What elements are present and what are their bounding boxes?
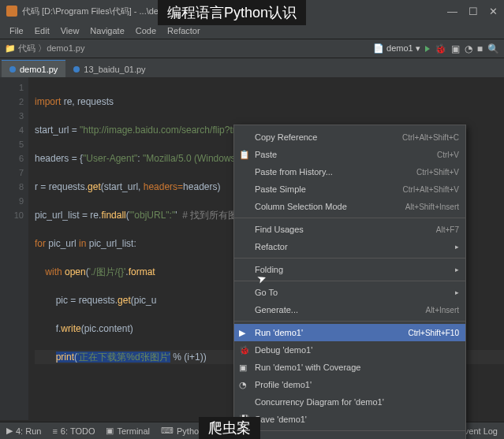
ctx-label: Copy Reference (255, 132, 318, 142)
tool-terminal[interactable]: ▣ Terminal (106, 426, 150, 436)
ctx-label: Paste Simple (255, 184, 306, 194)
debug-icon: 🐞 (239, 345, 249, 355)
ctx-label: Column Selection Mode (255, 202, 347, 211)
maximize-button[interactable]: ☐ (469, 6, 478, 17)
ctx-label: Save 'demo1' (255, 415, 307, 424)
nav-bar: 📁 代码 〉demo1.py 📄 demo1 ▾ 🐞 ▣ ◔ ■ 🔍 (0, 39, 504, 58)
ctx-label: Paste (255, 150, 277, 159)
ctx-label: Generate... (255, 305, 298, 314)
breadcrumb-root[interactable]: 📁 代码 〉demo1.py (5, 43, 84, 54)
ctx-label: Go To (255, 288, 278, 297)
caption-overlay-top: 编程语言Python认识 (158, 0, 306, 25)
coverage-icon[interactable]: ▣ (451, 43, 460, 54)
ctx-run-demo1-with-coverage[interactable]: ▣Run 'demo1' with Coverage (234, 359, 465, 376)
profile-icon[interactable]: ◔ (465, 43, 472, 54)
profile-icon: ◔ (239, 380, 249, 390)
debug-icon[interactable]: 🐞 (435, 43, 446, 54)
ctx-label: Concurrency Diagram for 'demo1' (255, 397, 384, 407)
ctx-go-to[interactable]: Go To▸ (234, 284, 465, 301)
ctx-label: Debug 'demo1' (255, 345, 312, 355)
ctx-debug-demo1-[interactable]: 🐞Debug 'demo1' (234, 341, 465, 359)
app-icon (6, 6, 17, 17)
submenu-arrow-icon: ▸ (455, 266, 459, 273)
stop-icon[interactable]: ■ (477, 43, 483, 54)
shortcut: Ctrl+Shift+V (416, 168, 459, 177)
gutter: 12345678910 (0, 77, 28, 420)
minimize-button[interactable]: — (447, 6, 457, 17)
search-icon[interactable]: 🔍 (487, 43, 499, 54)
ctx-paste[interactable]: 📋PasteCtrl+V (234, 146, 465, 163)
ctx-paste-simple[interactable]: Paste SimpleCtrl+Alt+Shift+V (234, 180, 465, 198)
ctx-find-usages[interactable]: Find UsagesAlt+F7 (234, 221, 465, 238)
shortcut: Ctrl+Shift+F10 (409, 329, 459, 337)
menu-navigate[interactable]: Navigate (85, 24, 129, 37)
close-button[interactable]: ✕ (489, 6, 498, 17)
tab-baidu[interactable]: 13_baidu_01.py (65, 60, 153, 77)
ctx-label: Paste from History... (255, 167, 333, 177)
caption-overlay-bottom: 爬虫案 (199, 417, 260, 439)
ctx-paste-from-history-[interactable]: Paste from History...Ctrl+Shift+V (234, 163, 465, 180)
menu-code[interactable]: Code (131, 24, 161, 37)
coverage-icon: ▣ (239, 363, 249, 373)
ctx-label: Profile 'demo1' (255, 380, 312, 389)
ctx-refactor[interactable]: Refactor▸ (234, 238, 465, 255)
editor-tabs: demo1.py 13_baidu_01.py (0, 58, 504, 77)
ctx-label: Refactor (255, 242, 288, 251)
run-icon[interactable] (425, 46, 430, 52)
shortcut: Alt+Shift+Insert (405, 203, 459, 211)
python-file-icon (9, 66, 16, 73)
menu-edit[interactable]: Edit (30, 24, 54, 37)
ctx-column-selection-mode[interactable]: Column Selection ModeAlt+Shift+Insert (234, 198, 465, 215)
run-config-selector[interactable]: 📄 demo1 ▾ 🐞 ▣ ◔ ■ 🔍 (373, 43, 499, 54)
ctx-label: Run 'demo1' with Coverage (255, 363, 360, 372)
ctx-generate-[interactable]: Generate...Alt+Insert (234, 301, 465, 318)
shortcut: Ctrl+Alt+Shift+C (402, 133, 459, 142)
python-file-icon (73, 66, 80, 73)
ctx-profile-demo1-[interactable]: ◔Profile 'demo1' (234, 376, 465, 393)
ctx-folding[interactable]: Folding▸ (234, 261, 465, 278)
shortcut: Ctrl+Alt+Shift+V (403, 185, 459, 194)
menu-file[interactable]: File (5, 24, 28, 37)
tool-run[interactable]: ▶ 4: Run (6, 426, 41, 436)
menu-view[interactable]: View (56, 24, 84, 37)
ctx-copy-reference[interactable]: Copy ReferenceCtrl+Alt+Shift+C (234, 128, 465, 146)
shortcut: Alt+Insert (425, 306, 459, 314)
run-icon: ▶ (239, 328, 249, 338)
menu-refactor[interactable]: Refactor (162, 24, 205, 37)
paste-icon: 📋 (239, 150, 249, 160)
shortcut: Alt+F7 (436, 225, 459, 234)
ctx-label: Run 'demo1' (255, 328, 303, 337)
submenu-arrow-icon: ▸ (455, 243, 459, 251)
shortcut: Ctrl+V (437, 151, 459, 159)
submenu-arrow-icon: ▸ (455, 288, 459, 296)
tab-demo1[interactable]: demo1.py (2, 60, 65, 77)
ctx-run-demo1-[interactable]: ▶Run 'demo1'Ctrl+Shift+F10 (234, 324, 465, 341)
ctx-label: Find Usages (255, 225, 304, 234)
tool-todo[interactable]: ≡ 6: TODO (52, 426, 95, 436)
ctx-show-in-explorer[interactable]: Show in Explorer (234, 433, 465, 439)
ctx-concurrency-diagram-for-demo1-[interactable]: Concurrency Diagram for 'demo1' (234, 393, 465, 411)
ctx-save-demo1-[interactable]: 💾Save 'demo1' (234, 411, 465, 428)
